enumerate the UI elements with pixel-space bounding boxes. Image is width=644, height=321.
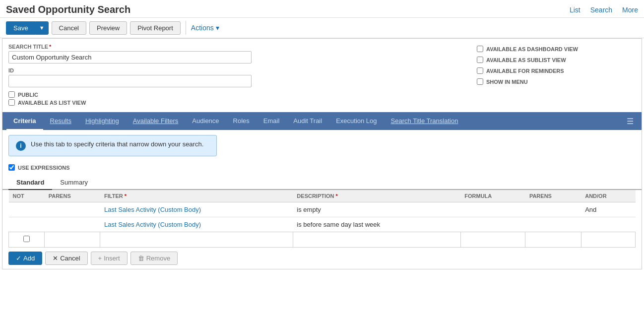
new-row-andor <box>581 232 635 248</box>
toolbar: Save ▼ Cancel Preview Pivot Report Actio… <box>0 18 644 38</box>
row1-andor: And <box>581 202 635 217</box>
tab-audience[interactable]: Audience <box>185 112 226 130</box>
row1-parens2 <box>525 202 581 217</box>
tab-roles[interactable]: Roles <box>226 112 257 130</box>
available-for-reminders-row: AVAILABLE FOR REMINDERS <box>477 67 636 74</box>
new-row-filter[interactable] <box>100 232 293 248</box>
available-for-reminders-checkbox[interactable] <box>477 67 483 74</box>
save-button[interactable]: Save <box>6 21 35 35</box>
page-title: Saved Opportunity Search <box>6 4 130 15</box>
new-row-checkbox[interactable] <box>23 236 30 242</box>
insert-label: Insert <box>104 255 120 262</box>
top-header: Saved Opportunity Search List Search Mor… <box>0 0 644 18</box>
search-title-label: SEARCH TITLE* <box>8 44 467 50</box>
available-as-sublist-view-label: AVAILABLE AS SUBLIST VIEW <box>486 57 566 63</box>
new-row-formula <box>460 232 525 248</box>
info-box: i Use this tab to specify criteria that … <box>8 135 217 156</box>
row2-formula <box>460 217 525 232</box>
top-nav: List Search More <box>570 6 638 14</box>
remove-button[interactable]: 🗑 Remove <box>130 252 178 265</box>
public-checkbox[interactable] <box>8 91 15 98</box>
tab-audit-trail[interactable]: Audit Trail <box>286 112 329 130</box>
tab-search-title-translation[interactable]: Search Title Translation <box>384 112 465 130</box>
table-row: Last Sales Activity (Custom Body) is emp… <box>9 202 636 217</box>
preview-button[interactable]: Preview <box>89 21 127 35</box>
toolbar-separator <box>186 21 186 35</box>
id-group: ID <box>8 67 467 87</box>
add-button[interactable]: ✓ Add <box>8 252 42 265</box>
available-as-list-view-label: AVAILABLE AS LIST VIEW <box>18 100 86 106</box>
form-left: SEARCH TITLE* ID PUBLIC AVAILABLE AS LIS… <box>8 44 467 107</box>
search-title-group: SEARCH TITLE* <box>8 44 467 64</box>
new-row-parens2 <box>525 232 581 248</box>
nav-search[interactable]: Search <box>590 6 612 14</box>
criteria-table: NOT PARENS FILTER DESCRIPTION FORMULA PA… <box>8 190 636 248</box>
show-in-menu-label: SHOW IN MENU <box>486 79 528 85</box>
available-as-sublist-view-checkbox[interactable] <box>477 57 483 63</box>
sub-tab-standard[interactable]: Standard <box>8 176 52 190</box>
insert-button[interactable]: + Insert <box>91 252 128 265</box>
info-icon: i <box>16 141 26 151</box>
form-right: AVAILABLE AS DASHBOARD VIEW AVAILABLE AS… <box>477 44 636 107</box>
col-parens: PARENS <box>45 190 100 202</box>
tabs-bar: Criteria Results Highlighting Available … <box>2 112 642 130</box>
remove-icon: 🗑 <box>138 255 144 262</box>
search-title-input[interactable] <box>8 51 252 64</box>
sub-tab-summary[interactable]: Summary <box>52 176 96 190</box>
row1-not <box>9 202 45 217</box>
row1-formula <box>460 202 525 217</box>
tab-results[interactable]: Results <box>43 112 78 130</box>
actions-button[interactable]: Actions ▾ <box>191 24 219 32</box>
table-header-row: NOT PARENS FILTER DESCRIPTION FORMULA PA… <box>9 190 636 202</box>
available-for-reminders-label: AVAILABLE FOR REMINDERS <box>486 68 564 74</box>
tab-criteria[interactable]: Criteria <box>6 112 43 130</box>
row2-andor <box>581 217 635 232</box>
show-in-menu-row: SHOW IN MENU <box>477 78 636 85</box>
available-as-dashboard-view-checkbox[interactable] <box>477 46 483 52</box>
show-in-menu-checkbox[interactable] <box>477 78 483 85</box>
use-expressions-row: USE EXPRESSIONS <box>2 161 642 176</box>
tabs-bar-right: ☰ <box>623 117 638 126</box>
row1-description: is empty <box>293 202 460 217</box>
tab-email[interactable]: Email <box>257 112 287 130</box>
add-icon: ✓ <box>16 255 21 262</box>
nav-list[interactable]: List <box>570 6 580 14</box>
row1-filter: Last Sales Activity (Custom Body) <box>100 202 293 217</box>
cancel-sm-label: Cancel <box>60 255 80 262</box>
add-label: Add <box>23 255 35 262</box>
id-input[interactable] <box>8 75 252 87</box>
new-row-checkbox-cell <box>9 232 45 248</box>
save-dropdown-button[interactable]: ▼ <box>35 21 49 35</box>
cancel-sm-button[interactable]: ✕ Cancel <box>45 252 87 265</box>
col-filter: FILTER <box>100 190 293 202</box>
criteria-table-wrap: NOT PARENS FILTER DESCRIPTION FORMULA PA… <box>2 190 642 248</box>
main-content: SEARCH TITLE* ID PUBLIC AVAILABLE AS LIS… <box>2 38 642 269</box>
grid-icon[interactable]: ☰ <box>623 117 638 126</box>
new-row-parens[interactable] <box>45 232 100 248</box>
save-button-group: Save ▼ <box>6 21 49 35</box>
row2-not <box>9 217 45 232</box>
col-description: DESCRIPTION <box>293 190 460 202</box>
tab-execution-log[interactable]: Execution Log <box>329 112 384 130</box>
nav-more[interactable]: More <box>622 6 638 14</box>
sub-tabs: Standard Summary <box>2 176 642 190</box>
cancel-button[interactable]: Cancel <box>52 21 86 35</box>
use-expressions-checkbox[interactable] <box>8 164 15 171</box>
tab-highlighting[interactable]: Highlighting <box>78 112 126 130</box>
row2-filter: Last Sales Activity (Custom Body) <box>100 217 293 232</box>
tab-available-filters[interactable]: Available Filters <box>126 112 186 130</box>
available-as-list-view-row: AVAILABLE AS LIST VIEW <box>8 99 467 106</box>
available-as-list-view-checkbox[interactable] <box>8 99 15 106</box>
public-row: PUBLIC <box>8 91 467 98</box>
use-expressions-label: USE EXPRESSIONS <box>18 165 70 171</box>
insert-icon: + <box>98 255 102 262</box>
remove-label: Remove <box>146 255 170 262</box>
available-as-dashboard-view-row: AVAILABLE AS DASHBOARD VIEW <box>477 46 636 52</box>
form-area: SEARCH TITLE* ID PUBLIC AVAILABLE AS LIS… <box>2 39 642 112</box>
row2-parens <box>45 217 100 232</box>
available-as-dashboard-view-label: AVAILABLE AS DASHBOARD VIEW <box>486 46 578 52</box>
row1-parens <box>45 202 100 217</box>
pivot-report-button[interactable]: Pivot Report <box>130 21 181 35</box>
cancel-icon: ✕ <box>53 255 58 262</box>
new-row-description <box>293 232 460 248</box>
